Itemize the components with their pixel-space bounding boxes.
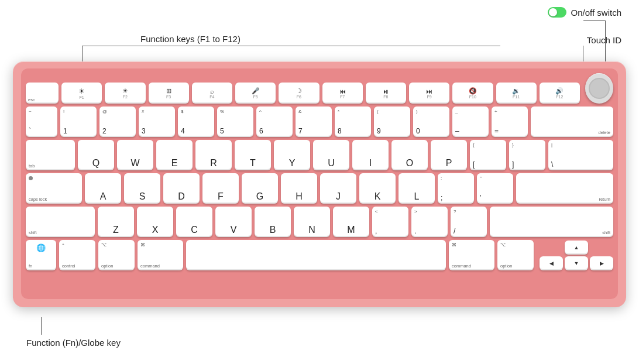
- key-t[interactable]: T: [235, 140, 271, 170]
- key-y[interactable]: Y: [274, 140, 310, 170]
- key-caps-lock[interactable]: caps lock: [26, 173, 82, 204]
- key-e[interactable]: E: [156, 140, 193, 170]
- key-slash[interactable]: ? /: [451, 207, 487, 237]
- key-h[interactable]: H: [281, 173, 317, 204]
- key-tab[interactable]: tab: [26, 140, 75, 170]
- key-q[interactable]: Q: [78, 140, 114, 170]
- caps-indicator: [29, 176, 33, 180]
- option-right-icon: ⌥: [500, 242, 506, 248]
- key-o[interactable]: O: [391, 140, 428, 170]
- key-u[interactable]: U: [313, 140, 349, 170]
- key-close-bracket[interactable]: } ]: [509, 140, 545, 170]
- key-w[interactable]: W: [117, 140, 153, 170]
- key-minus[interactable]: _ –: [452, 107, 489, 137]
- key-fn[interactable]: 🌐 fn: [26, 240, 56, 270]
- key-r[interactable]: R: [195, 140, 232, 170]
- key-7[interactable]: & 7: [296, 107, 332, 137]
- key-open-bracket-main: [: [473, 160, 475, 169]
- key-arrow-up[interactable]: ▲: [565, 241, 588, 255]
- key-4[interactable]: $ 4: [178, 107, 214, 137]
- key-backtick[interactable]: ~ `: [26, 107, 57, 137]
- key-m[interactable]: M: [333, 207, 369, 237]
- key-z[interactable]: Z: [98, 207, 134, 237]
- key-arrow-right[interactable]: ▶: [590, 256, 613, 270]
- key-option-left[interactable]: ⌥ option: [98, 240, 135, 270]
- key-s[interactable]: S: [124, 173, 160, 204]
- key-f1[interactable]: ☀ F1: [61, 83, 102, 104]
- key-2[interactable]: @ 2: [99, 107, 136, 137]
- key-arrow-left[interactable]: ◀: [540, 256, 563, 270]
- key-shift-left[interactable]: shift: [26, 207, 95, 237]
- key-f6[interactable]: ☽ F6: [279, 83, 319, 104]
- key-j[interactable]: J: [320, 173, 356, 204]
- key-x[interactable]: X: [137, 207, 173, 237]
- key-shift-right[interactable]: shift: [490, 207, 613, 237]
- key-f9[interactable]: ⏭ F9: [409, 83, 449, 104]
- key-i[interactable]: I: [352, 140, 389, 170]
- key-backslash[interactable]: | \: [548, 140, 613, 170]
- key-8-main: 8: [338, 127, 342, 135]
- key-f5[interactable]: 🎤 F5: [235, 83, 276, 104]
- key-return[interactable]: return: [516, 173, 613, 204]
- key-space[interactable]: [186, 240, 446, 270]
- key-backslash-top: |: [551, 142, 552, 147]
- key-delete[interactable]: delete: [531, 107, 613, 137]
- key-5[interactable]: % 5: [217, 107, 253, 137]
- key-f2[interactable]: ☀ F2: [105, 83, 145, 104]
- key-c[interactable]: C: [176, 207, 212, 237]
- key-f3[interactable]: ⊞ F3: [149, 83, 189, 104]
- key-g[interactable]: G: [242, 173, 278, 204]
- key-touchid[interactable]: [585, 73, 613, 104]
- key-3-main: 3: [142, 127, 146, 135]
- key-3-top: #: [142, 109, 144, 114]
- key-0-top: ): [416, 109, 418, 114]
- key-command-left[interactable]: ⌘ command: [138, 240, 183, 270]
- key-f4[interactable]: ⌕ F4: [192, 83, 232, 104]
- key-1[interactable]: ! 1: [60, 107, 97, 137]
- key-l[interactable]: L: [398, 173, 435, 204]
- key-comma[interactable]: < ,: [372, 207, 408, 237]
- key-f10[interactable]: 🔇 F10: [452, 83, 493, 104]
- onoff-label-text: On/off switch: [571, 8, 621, 18]
- fn-globe-label-text: Function (Fn)/Globe key: [26, 338, 121, 348]
- key-arrow-down[interactable]: ▼: [565, 256, 588, 270]
- key-6[interactable]: ^ 6: [256, 107, 293, 137]
- tab-label: tab: [29, 163, 35, 169]
- key-quote[interactable]: " ': [477, 173, 513, 204]
- key-f7[interactable]: ⏮ F7: [322, 83, 363, 104]
- key-v[interactable]: V: [215, 207, 252, 237]
- esc-label: esc: [28, 97, 35, 102]
- key-option-right[interactable]: ⌥ option: [497, 240, 534, 270]
- key-p[interactable]: P: [431, 140, 467, 170]
- key-f8[interactable]: ⏯ F8: [366, 83, 406, 104]
- key-minus-top: _: [455, 109, 458, 114]
- key-less-than: <: [375, 209, 378, 214]
- key-n[interactable]: N: [294, 207, 330, 237]
- key-command-right[interactable]: ⌘ command: [449, 240, 494, 270]
- key-8[interactable]: * 8: [335, 107, 371, 137]
- key-backtick-top: ~: [29, 109, 32, 114]
- keyboard-body: esc ☀ F1 ☀ F2 ⊞ F3 ⌕ F4: [13, 61, 626, 307]
- key-0[interactable]: ) 0: [413, 107, 449, 137]
- key-open-bracket[interactable]: { [: [470, 140, 506, 170]
- key-control[interactable]: ^ control: [59, 240, 95, 270]
- delete-label: delete: [599, 130, 610, 135]
- key-esc[interactable]: esc: [26, 83, 59, 104]
- key-semicolon[interactable]: : ;: [438, 173, 474, 204]
- key-f12[interactable]: 🔊 F12: [540, 83, 580, 104]
- key-f[interactable]: F: [202, 173, 239, 204]
- key-a[interactable]: A: [85, 173, 121, 204]
- key-question-top: ?: [454, 209, 456, 214]
- bottom-row: 🌐 fn ^ control ⌥ option ⌘ command ⌘: [26, 240, 613, 270]
- key-9[interactable]: ( 9: [374, 107, 410, 137]
- key-3[interactable]: # 3: [139, 107, 175, 137]
- key-d[interactable]: D: [163, 173, 200, 204]
- key-2-top: @: [102, 109, 107, 114]
- key-slash-main: /: [454, 227, 455, 235]
- key-k[interactable]: K: [359, 173, 396, 204]
- toggle-switch[interactable]: [548, 7, 566, 18]
- key-equals[interactable]: + =: [492, 107, 528, 137]
- key-b[interactable]: B: [255, 207, 291, 237]
- key-period[interactable]: > .: [411, 207, 448, 237]
- key-f11[interactable]: 🔉 F11: [496, 83, 537, 104]
